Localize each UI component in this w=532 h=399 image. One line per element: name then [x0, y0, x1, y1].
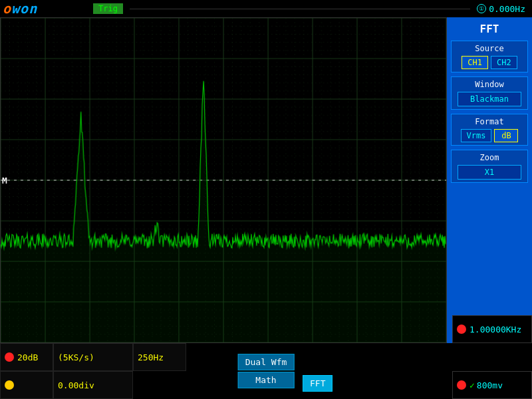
sample-rate: (5KS/s) [58, 352, 94, 362]
logo-text: owon [3, 1, 37, 17]
timebase-value: 250Hz [138, 352, 164, 362]
ch2-button[interactable]: CH2 [491, 56, 517, 69]
ch2-indicator [5, 380, 14, 390]
freq-indicator [457, 325, 466, 334]
top-divider [130, 9, 470, 9]
format-label: Format [475, 117, 503, 126]
math-button[interactable]: Math [238, 372, 295, 388]
freq-icon: ① [477, 4, 486, 13]
freq-value: 0.000Hz [489, 4, 525, 14]
ch1-indicator [5, 352, 14, 362]
zoom-label: Zoom [480, 153, 499, 162]
trig-readout-cell: ✓ 800mv [452, 371, 532, 399]
freq-readout-value: 1.00000KHz [469, 325, 521, 334]
logo-o: o [3, 1, 11, 17]
ch2-offset-cell [0, 371, 53, 399]
ch1-button[interactable]: CH1 [462, 56, 488, 69]
sample-rate-cell: (5KS/s) [53, 343, 133, 371]
source-section: Source CH1 CH2 [451, 41, 528, 72]
logo: owon [0, 0, 66, 17]
bottom-status-bar: 20dB (5KS/s) 250Hz 1.00000KHz 0.00div ✓ … [0, 343, 532, 399]
header-bar: owon Trig ① 0.000Hz [0, 0, 532, 17]
trig-dot [457, 380, 466, 390]
vrms-button[interactable]: Vrms [461, 129, 492, 142]
trig-icon: ✓ [469, 380, 475, 390]
panel-title: FFT [480, 21, 499, 37]
ch1-scale-cell: 20dB [0, 343, 53, 371]
bottom-buttons: Dual Wfm Math [238, 343, 295, 399]
zoom-section: Zoom X1 [451, 150, 528, 183]
window-value[interactable]: Blackman [458, 92, 521, 106]
oscilloscope-screen: M [0, 17, 447, 343]
m-marker: M [2, 176, 7, 186]
timebase-cell: 250Hz [133, 343, 186, 371]
frequency-display: ① 0.000Hz [477, 4, 525, 14]
trig-status: Trig [93, 3, 123, 14]
freq-readout-cell: 1.00000KHz [452, 315, 532, 343]
window-label: Window [475, 80, 503, 89]
zoom-value[interactable]: X1 [458, 165, 521, 180]
ch1-scale-value: 20dB [17, 352, 38, 362]
fft-button[interactable]: FFT [303, 375, 332, 392]
db-button[interactable]: dB [494, 129, 518, 142]
offset-value: 0.00div [58, 380, 94, 390]
fft-display [1, 18, 446, 342]
trig-readout-value: 800mv [477, 380, 503, 390]
fft-panel: FFT Source CH1 CH2 Window Blackman Forma… [447, 17, 532, 343]
dual-wfm-button[interactable]: Dual Wfm [238, 354, 295, 370]
logo-wn: won [11, 1, 37, 17]
source-label: Source [475, 44, 503, 53]
window-section: Window Blackman [451, 76, 528, 110]
offset-cell: 0.00div [53, 371, 133, 399]
format-section: Format Vrms dB [451, 114, 528, 146]
